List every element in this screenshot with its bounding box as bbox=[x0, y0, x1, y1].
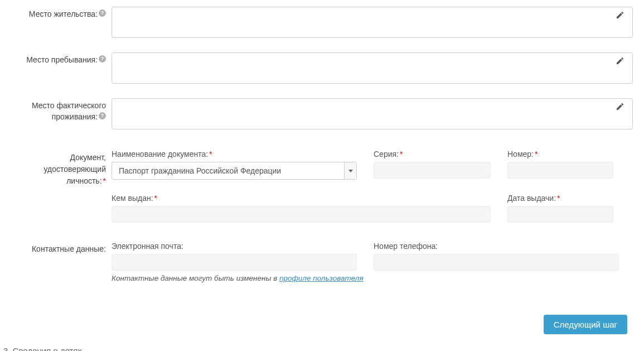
section-children[interactable]: 3. Сведения о детях bbox=[3, 346, 82, 351]
doc-number-label: Номер:* bbox=[507, 150, 613, 158]
doc-name-label: Наименование документа:* bbox=[112, 150, 357, 158]
residence-label: Место жительства:? bbox=[11, 7, 112, 20]
doc-series-label: Серия:* bbox=[374, 150, 491, 158]
doc-name-select[interactable]: Паспорт гражданина Российской Федерации bbox=[112, 162, 357, 180]
doc-issue-date-field bbox=[507, 206, 613, 223]
chevron-down-icon bbox=[344, 162, 356, 179]
doc-series-field bbox=[374, 162, 491, 179]
document-label: Документ, удостоверяющий личность:* bbox=[11, 150, 112, 187]
help-icon[interactable]: ? bbox=[99, 112, 106, 119]
actual-residence-input[interactable] bbox=[112, 98, 633, 129]
doc-number-field bbox=[507, 162, 613, 179]
doc-issued-by-label: Кем выдан:* bbox=[112, 194, 491, 203]
email-field bbox=[112, 254, 357, 271]
email-label: Электронная почта: bbox=[112, 242, 357, 251]
doc-issue-date-label: Дата выдачи:* bbox=[507, 194, 613, 203]
pencil-icon[interactable] bbox=[616, 56, 628, 69]
help-icon[interactable]: ? bbox=[99, 9, 106, 17]
help-icon[interactable]: ? bbox=[99, 55, 106, 62]
contact-label: Контактные данные: bbox=[11, 242, 112, 255]
actual-residence-label: Место фактического проживания:? bbox=[11, 98, 112, 122]
stay-label: Место пребывания:? bbox=[11, 52, 112, 66]
pencil-icon[interactable] bbox=[616, 11, 628, 23]
contact-hint: Контактные данные могут быть изменены в … bbox=[112, 274, 633, 282]
phone-label: Номер телефона: bbox=[374, 242, 619, 251]
phone-field bbox=[374, 254, 619, 271]
next-step-button[interactable]: Следующий шаг bbox=[544, 315, 627, 334]
profile-link[interactable]: профиле пользователя bbox=[279, 274, 364, 282]
pencil-icon[interactable] bbox=[616, 102, 628, 114]
residence-input[interactable] bbox=[112, 7, 633, 38]
stay-input[interactable] bbox=[112, 52, 633, 84]
doc-issued-by-field bbox=[112, 206, 491, 223]
